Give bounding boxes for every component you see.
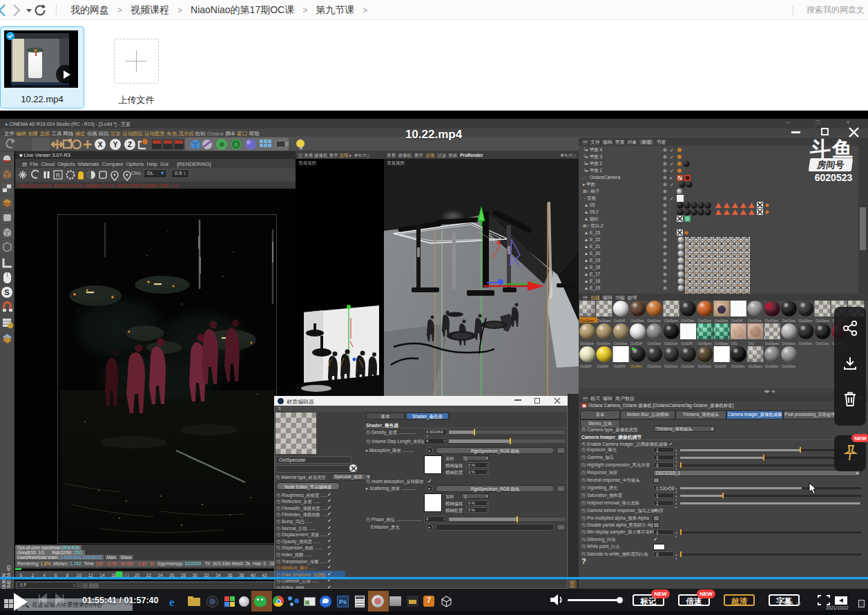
svg-text:✓: ✓ [670, 148, 674, 153]
svg-text:OctGlos: OctGlos [647, 341, 661, 346]
svg-text:OctGlos: OctGlos [749, 319, 762, 323]
svg-text:OctGlos: OctGlos [681, 319, 695, 323]
svg-text:OctGlos: OctGlos [715, 319, 729, 323]
svg-text:OctGlos: OctGlos [799, 341, 813, 346]
svg-text:OctGlos: OctGlos [697, 319, 711, 323]
svg-text:OctDiff: OctDiff [630, 341, 642, 346]
svg-text:OctGlos: OctGlos [765, 319, 779, 323]
svg-text:✓: ✓ [670, 155, 674, 160]
svg-text:OctGlos: OctGlos [664, 341, 678, 346]
svg-text:OG: OG [749, 341, 754, 346]
svg-text:OctSpec: OctSpec [765, 341, 780, 346]
svg-text:OctSpec: OctSpec [697, 341, 712, 346]
svg-text:OctDiff: OctDiff [614, 364, 626, 368]
svg-text:OctDiff: OctDiff [681, 341, 693, 346]
svg-text:OctGlos: OctGlos [782, 319, 795, 323]
svg-text:OctGlos: OctGlos [782, 341, 795, 346]
svg-text:OG: OG [731, 341, 737, 346]
svg-text:OctGlos: OctGlos [799, 319, 813, 323]
svg-text:Y: Y [113, 141, 118, 149]
svg-text:OctSpec: OctSpec [580, 319, 595, 323]
svg-text:X: X [98, 141, 103, 149]
svg-text:OctDiff: OctDiff [731, 319, 743, 323]
svg-text:OctGlos: OctGlos [597, 341, 610, 346]
svg-text:OctGlos: OctGlos [816, 341, 829, 346]
svg-text:OctGlos: OctGlos [731, 364, 745, 368]
svg-text:OctDiff: OctDiff [580, 364, 592, 368]
svg-text:OctMix: OctMix [630, 364, 642, 368]
svg-text:R: R [56, 172, 61, 179]
svg-text:OctGlos: OctGlos [647, 364, 661, 368]
svg-text:OctSpec: OctSpec [715, 341, 729, 346]
svg-text:OctGlos: OctGlos [681, 364, 695, 368]
svg-text:OctDiff: OctDiff [715, 364, 726, 368]
svg-text:S: S [4, 288, 9, 296]
svg-text:OctSpec: OctSpec [816, 319, 830, 323]
svg-text:Z: Z [128, 141, 132, 149]
svg-text:OctSpec: OctSpec [749, 364, 763, 368]
svg-text:OctGlos: OctGlos [765, 364, 779, 368]
svg-text:OctGlos: OctGlos [697, 364, 711, 368]
svg-text:OctGlos: OctGlos [664, 364, 678, 368]
svg-text:OctSpec: OctSpec [664, 319, 679, 323]
svg-text:OctGlos: OctGlos [614, 341, 628, 346]
svg-text:OctGlos: OctGlos [782, 364, 795, 368]
svg-text:✓: ✓ [670, 182, 674, 187]
svg-text:OctSpec: OctSpec [597, 319, 611, 323]
svg-text:OctGlos: OctGlos [647, 319, 661, 323]
svg-text:OctGlos: OctGlos [630, 319, 644, 323]
svg-text:✓: ✓ [670, 162, 674, 167]
svg-text:✓: ✓ [670, 169, 674, 173]
svg-text:OctGlos: OctGlos [580, 341, 594, 346]
svg-text:✓: ✓ [670, 196, 674, 201]
svg-text:OctDiff: OctDiff [597, 364, 608, 368]
svg-text:✕: ✕ [669, 176, 673, 180]
svg-text:OctDiff: OctDiff [614, 319, 626, 323]
